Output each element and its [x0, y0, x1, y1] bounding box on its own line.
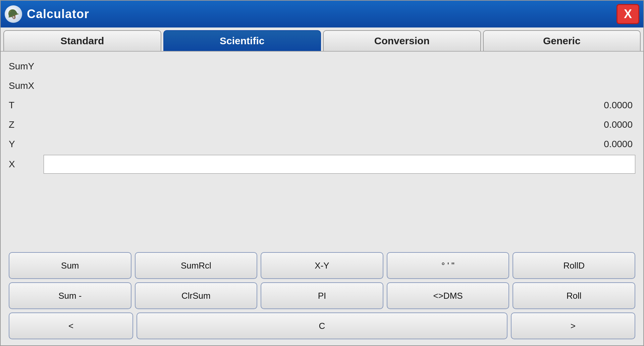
- main-content: SumY SumX T 0.0000 Z 0.0000 Y 0.0000: [1, 52, 643, 345]
- tab-conversion[interactable]: Conversion: [323, 30, 481, 51]
- pi-button[interactable]: PI: [261, 282, 383, 309]
- tab-generic[interactable]: Generic: [483, 30, 641, 51]
- sum-minus-button[interactable]: Sum -: [9, 282, 131, 309]
- c-button[interactable]: C: [137, 312, 507, 339]
- title-bar-left: 🪖 Calculator: [5, 5, 89, 23]
- rollid-button[interactable]: RollD: [513, 252, 635, 279]
- button-row-3: < C >: [9, 312, 635, 339]
- xy-button[interactable]: X-Y: [261, 252, 383, 279]
- roll-button[interactable]: Roll: [513, 282, 635, 309]
- button-row-1: Sum SumRcl X-Y ° ' " RollD: [9, 252, 635, 279]
- app-title: Calculator: [27, 7, 89, 21]
- title-bar: 🪖 Calculator X: [1, 1, 643, 27]
- tab-standard[interactable]: Standard: [3, 30, 161, 51]
- register-row-t: T 0.0000: [9, 97, 635, 114]
- right-button[interactable]: >: [511, 312, 635, 339]
- dms-button[interactable]: <>DMS: [387, 282, 509, 309]
- left-button[interactable]: <: [9, 312, 133, 339]
- register-row-sumx: SumX: [9, 77, 635, 95]
- app-icon: 🪖: [5, 5, 22, 23]
- label-t: T: [9, 100, 36, 111]
- sumrcl-button[interactable]: SumRcl: [135, 252, 258, 279]
- tab-scientific[interactable]: Scientific: [163, 30, 321, 51]
- register-row-sumy: SumY: [9, 58, 635, 75]
- value-y: 0.0000: [604, 139, 635, 150]
- sum-button[interactable]: Sum: [9, 252, 131, 279]
- registers-area: SumY SumX T 0.0000 Z 0.0000 Y 0.0000: [9, 58, 635, 252]
- buttons-area: Sum SumRcl X-Y ° ' " RollD Sum - ClrSum …: [9, 252, 635, 339]
- register-row-z: Z 0.0000: [9, 116, 635, 133]
- app-window: 🪖 Calculator X Standard Scientific Conve…: [0, 0, 644, 346]
- value-t: 0.0000: [604, 100, 635, 111]
- value-z: 0.0000: [604, 119, 635, 130]
- register-row-y: Y 0.0000: [9, 135, 635, 153]
- tabs-bar: Standard Scientific Conversion Generic: [1, 27, 643, 52]
- register-row-x: X: [9, 155, 635, 174]
- label-sumy: SumY: [9, 61, 36, 72]
- clrsum-button[interactable]: ClrSum: [135, 282, 258, 309]
- label-sumx: SumX: [9, 80, 36, 91]
- label-x: X: [9, 159, 36, 170]
- label-y: Y: [9, 139, 36, 150]
- close-button[interactable]: X: [616, 4, 639, 24]
- button-row-2: Sum - ClrSum PI <>DMS Roll: [9, 282, 635, 309]
- label-z: Z: [9, 119, 36, 130]
- dms-symbol-button[interactable]: ° ' ": [387, 252, 509, 279]
- x-input[interactable]: [44, 155, 635, 174]
